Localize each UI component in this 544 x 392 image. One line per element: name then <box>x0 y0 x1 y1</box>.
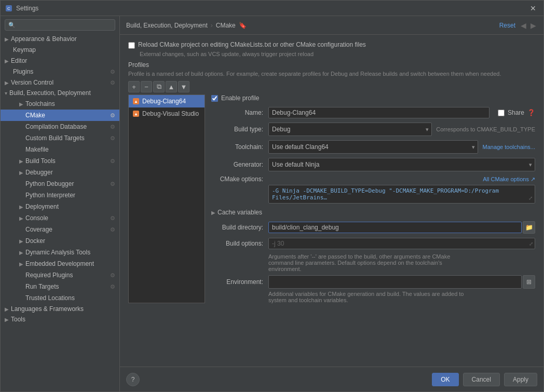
expand-icon[interactable]: ⤢ <box>528 195 533 201</box>
sidebar-item-toolchains[interactable]: ▶ Toolchains <box>1 98 119 110</box>
chevron-right-icon: ▶ <box>19 101 23 107</box>
reset-button[interactable]: Reset <box>499 22 515 29</box>
sidebar-item-label: Custom Build Targets <box>25 134 85 142</box>
sidebar-item-python-interpreter[interactable]: Python Interpreter <box>1 190 119 201</box>
remove-profile-button[interactable]: − <box>141 81 152 92</box>
svg-text:C: C <box>7 6 10 11</box>
settings-window: C Settings ✕ 🔍 ▶ Appearance & Behavior K… <box>0 0 544 392</box>
app-icon: C <box>5 4 13 12</box>
hint-line-2: command line parameters. Default options… <box>268 260 535 266</box>
sidebar-item-embedded-dev[interactable]: ▶ Embedded Development <box>1 258 119 269</box>
cancel-button[interactable]: Cancel <box>463 373 500 386</box>
sidebar-item-label: Coverage <box>25 226 52 233</box>
sidebar-item-version-control[interactable]: ▶ Version Control ⚙ <box>1 77 119 88</box>
cache-vars-row[interactable]: ▶ Cache variables <box>211 207 535 218</box>
share-checkbox[interactable] <box>498 110 505 116</box>
generator-select-wrapper: Use default Ninja <box>268 158 535 171</box>
environment-label: Environment: <box>211 278 268 286</box>
sidebar-item-label: Languages & Frameworks <box>11 305 84 313</box>
cmake-content: Reload CMake project on editing CMakeLis… <box>120 35 543 367</box>
sidebar-item-trusted-locations[interactable]: Trusted Locations <box>1 292 119 304</box>
sidebar-item-label: Deployment <box>25 203 59 210</box>
sidebar-item-python-debugger[interactable]: Python Debugger ⚙ <box>1 178 119 190</box>
enable-profile-checkbox[interactable] <box>211 95 218 102</box>
sidebar-item-console[interactable]: ▶ Console ⚙ <box>1 212 119 224</box>
sidebar-item-appearance-behavior[interactable]: ▶ Appearance & Behavior <box>1 34 119 44</box>
sidebar-item-label: Run Targets <box>25 283 59 290</box>
sidebar-item-tools[interactable]: ▶ Tools <box>1 314 119 325</box>
sidebar-item-editor[interactable]: ▶ Editor <box>1 56 119 66</box>
sidebar-item-build-execution[interactable]: ▾ Build, Execution, Deployment <box>1 88 119 98</box>
sidebar-item-build-tools[interactable]: ▶ Build Tools ⚙ <box>1 155 119 167</box>
profiles-layout: ▲ Debug-Clang64 ▲ Debug-Visual Studio <box>128 94 535 303</box>
cmake-options-text: -G Ninja -DCMAKE_BUILD_TYPE=Debug "-DCMA… <box>272 187 532 201</box>
build-type-form-row: Build type: Debug Release RelWithDebInfo… <box>211 123 535 136</box>
toolchain-select[interactable]: Use default Clang64 <box>268 140 478 154</box>
name-input[interactable]: Debug-Clang64 <box>268 107 489 118</box>
sidebar-item-label: Console <box>25 214 48 222</box>
generator-select[interactable]: Use default Ninja <box>268 158 535 171</box>
sidebar-item-keymap[interactable]: Keymap <box>1 44 119 56</box>
environment-row: Environment: ⊞ <box>211 275 535 289</box>
chevron-right-icon: ▶ <box>211 210 215 215</box>
manage-toolchains-link[interactable]: Manage toolchains... <box>482 144 535 150</box>
build-options-input[interactable]: -j 30 <box>268 238 535 249</box>
sidebar-item-debugger[interactable]: ▶ Debugger <box>1 167 119 178</box>
browse-folder-button[interactable]: 📁 <box>523 221 535 234</box>
close-button[interactable]: ✕ <box>527 3 539 13</box>
move-down-button[interactable]: ▼ <box>178 81 189 92</box>
header-actions: Reset ◀ ▶ <box>499 20 537 31</box>
gear-icon: ⚙ <box>110 158 115 165</box>
all-cmake-options-link[interactable]: All CMake options ↗ <box>483 176 535 183</box>
sidebar-item-plugins[interactable]: Plugins ⚙ <box>1 66 119 77</box>
ok-button[interactable]: OK <box>432 373 458 386</box>
sidebar-item-coverage[interactable]: Coverage ⚙ <box>1 224 119 235</box>
nav-back-button[interactable]: ◀ <box>520 20 527 31</box>
hint-line-3: environment. <box>268 266 535 272</box>
sidebar-item-deployment[interactable]: ▶ Deployment <box>1 201 119 212</box>
build-type-select[interactable]: Debug Release RelWithDebInfo MinSizeRel <box>268 123 432 136</box>
env-input-wrap <box>268 275 522 289</box>
sidebar-item-makefile[interactable]: Makefile <box>1 144 119 155</box>
build-type-select-wrapper: Debug Release RelWithDebInfo MinSizeRel <box>268 123 432 136</box>
reload-checkbox[interactable] <box>128 42 135 49</box>
environment-hint: Additional variables for CMake generatio… <box>268 291 535 303</box>
nav-forward-button[interactable]: ▶ <box>529 20 537 31</box>
search-box[interactable]: 🔍 <box>5 19 115 31</box>
cmake-options-input-area[interactable]: -G Ninja -DCMAKE_BUILD_TYPE=Debug "-DCMA… <box>268 185 535 204</box>
sidebar-item-required-plugins[interactable]: Required Plugins ⚙ <box>1 269 119 281</box>
move-up-button[interactable]: ▲ <box>166 81 177 92</box>
environment-input[interactable] <box>268 275 522 289</box>
sidebar-item-label: Appearance & Behavior <box>11 35 77 43</box>
sidebar-item-docker[interactable]: ▶ Docker <box>1 235 119 247</box>
gear-icon: ⚙ <box>110 181 115 187</box>
add-profile-button[interactable]: + <box>128 81 140 92</box>
help-button[interactable]: ? <box>126 373 140 386</box>
gear-icon: ⚙ <box>110 215 115 222</box>
chevron-right-icon: ▶ <box>19 261 23 267</box>
sidebar-item-compilation-db[interactable]: Compilation Database ⚙ <box>1 121 119 132</box>
env-hint-line-2: system and toolchain variables. <box>268 297 535 303</box>
build-dir-input[interactable]: build/clion_clang_debug <box>268 222 522 233</box>
build-dir-label: Build directory: <box>211 224 268 231</box>
apply-button[interactable]: Apply <box>504 373 537 386</box>
environment-edit-button[interactable]: ⊞ <box>523 275 535 289</box>
bottom-bar: ? OK Cancel Apply <box>120 367 543 391</box>
profile-item-debug-clang64[interactable]: ▲ Debug-Clang64 <box>129 95 205 107</box>
sidebar-item-dynamic-analysis[interactable]: ▶ Dynamic Analysis Tools <box>1 247 119 258</box>
sidebar-item-cmake[interactable]: CMake ⚙ <box>1 110 119 121</box>
copy-profile-button[interactable]: ⧉ <box>153 81 165 92</box>
help-icon[interactable]: ❓ <box>527 109 535 116</box>
sidebar-item-custom-build-targets[interactable]: Custom Build Targets ⚙ <box>1 132 119 144</box>
build-type-hint: Corresponds to CMAKE_BUILD_TYPE <box>436 126 535 132</box>
sidebar-item-label: Version Control <box>11 79 53 86</box>
sidebar-item-languages-frameworks[interactable]: ▶ Languages & Frameworks <box>1 304 119 314</box>
profile-item-debug-visual-studio[interactable]: ▲ Debug-Visual Studio <box>129 107 205 120</box>
expand-icon[interactable]: ⤢ <box>529 241 533 247</box>
profiles-list: ▲ Debug-Clang64 ▲ Debug-Visual Studio <box>128 94 205 303</box>
cmake-icon: ▲ <box>133 111 139 117</box>
build-options-input-wrap: -j 30 ⤢ <box>268 238 535 249</box>
search-input[interactable] <box>18 21 112 29</box>
sidebar-item-run-targets[interactable]: Run Targets ⚙ <box>1 281 119 292</box>
bookmark-icon[interactable]: 🔖 <box>239 22 247 29</box>
